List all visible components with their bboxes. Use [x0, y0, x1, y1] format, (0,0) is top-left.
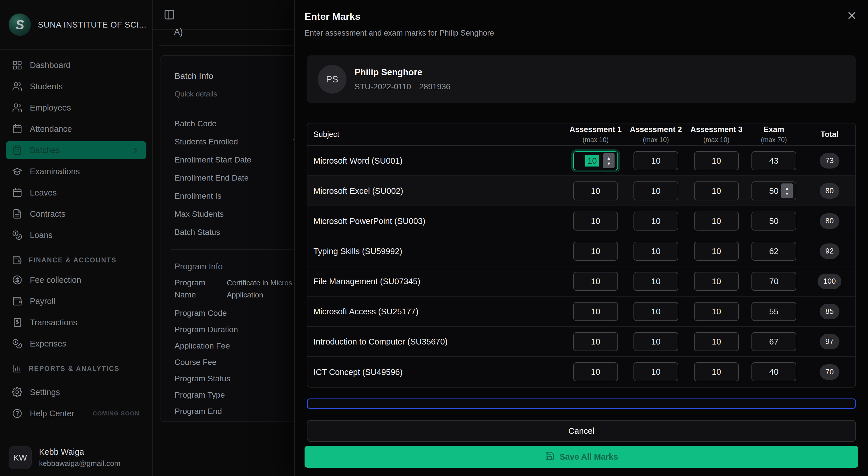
row-label: Program Name: [175, 277, 227, 301]
sidebar-item-leaves[interactable]: Leaves: [6, 184, 146, 202]
column-max-label: (max 10): [569, 136, 622, 144]
avatar: KW: [9, 446, 32, 469]
assessment3-input[interactable]: 10: [694, 151, 739, 170]
exam-input[interactable]: 62: [751, 242, 796, 261]
exam-input[interactable]: 67: [751, 332, 796, 351]
coming-soon-badge: COMING SOON: [93, 410, 140, 417]
input-value: 10: [591, 186, 600, 196]
assessment3-input[interactable]: 10: [694, 181, 739, 200]
row-label: Students Enrolled: [175, 137, 238, 146]
assessment3-input[interactable]: 10: [694, 362, 739, 381]
input-value: 50: [769, 186, 778, 196]
sidebar-item-contracts[interactable]: Contracts: [6, 205, 146, 223]
assessment3-input[interactable]: 10: [694, 272, 739, 291]
column-max-label: (max 10): [630, 136, 682, 144]
number-stepper[interactable]: ▲▼: [603, 153, 615, 168]
sidebar-nav: DashboardStudentsEmployeesAttendanceBatc…: [0, 50, 152, 397]
assessment3-input[interactable]: 10: [694, 302, 739, 321]
assessment2-input[interactable]: 10: [633, 302, 678, 321]
assessment1-input[interactable]: 10: [573, 362, 618, 381]
assessment1-input[interactable]: 10: [573, 242, 618, 261]
modal-title: Enter Marks: [305, 11, 361, 22]
row-label: Enrollment End Date: [175, 173, 249, 183]
assessment2-input[interactable]: 10: [633, 212, 678, 231]
sidebar-item-attendance[interactable]: Attendance: [6, 120, 146, 138]
sidebar-item-transactions[interactable]: Transactions: [6, 314, 146, 331]
close-icon[interactable]: [847, 10, 857, 21]
assessment3-input[interactable]: 10: [694, 242, 739, 261]
sidebar-item-examinations[interactable]: Examinations: [6, 162, 146, 180]
assessment2-input[interactable]: 10: [633, 151, 678, 170]
assessment3-input[interactable]: 10: [694, 332, 739, 351]
selected-value: 10: [585, 155, 599, 167]
assessment2-input[interactable]: 10: [633, 181, 678, 200]
sidebar-item-label: Batches: [30, 146, 123, 155]
card-section-title: Program Info: [175, 258, 294, 275]
exam-input[interactable]: 70: [751, 272, 796, 291]
stepper-down-icon[interactable]: ▼: [785, 191, 789, 196]
assessment2-input[interactable]: 10: [633, 242, 678, 261]
marks-row: Microsoft PowerPoint (SU003)1010105080: [307, 206, 856, 236]
assessment1-input[interactable]: 10: [573, 181, 618, 200]
sidebar-item-expenses[interactable]: Expenses: [6, 335, 146, 353]
sidebar-item-payroll[interactable]: Payroll: [6, 292, 146, 310]
sidebar-toggle-button[interactable]: [163, 8, 176, 21]
sidebar-item-batches[interactable]: Batches: [6, 141, 146, 159]
brand-title: SUNA INSTITUTE OF SCI...: [38, 20, 146, 30]
sidebar-item-dashboard[interactable]: Dashboard: [6, 56, 146, 74]
assessment1-input[interactable]: 10: [573, 212, 618, 231]
student-id-number: 2891936: [419, 82, 451, 91]
assessment1-input[interactable]: 10▲▼: [573, 151, 618, 170]
batch-info-row: Program Duration: [175, 321, 294, 338]
sidebar-item-settings[interactable]: Settings: [6, 383, 146, 401]
exam-input[interactable]: 40: [751, 362, 796, 381]
stepper-down-icon[interactable]: ▼: [607, 161, 611, 166]
batch-info-row: Program Status: [175, 370, 294, 387]
assessment1-input[interactable]: 10: [573, 272, 618, 291]
subject-cell: ICT Concept (SU49596): [313, 367, 403, 377]
batch-info-row: Batch Code: [175, 115, 294, 132]
assessment2-input[interactable]: 10: [633, 362, 678, 381]
column-header-total: Total: [820, 130, 839, 139]
assessment2-input[interactable]: 10: [633, 332, 678, 351]
sidebar-item-students[interactable]: Students: [6, 78, 146, 95]
file-text-icon: [12, 209, 22, 219]
sidebar-item-fee-collection[interactable]: Fee collection: [6, 271, 146, 289]
column-max-label: (max 10): [690, 136, 743, 144]
exam-input[interactable]: 50▲▼: [751, 181, 796, 200]
enter-marks-modal: Enter Marks Enter assessment and exam ma…: [294, 0, 868, 476]
panel-topbar: [153, 0, 294, 30]
assessment2-input[interactable]: 10: [633, 272, 678, 291]
assessment1-input[interactable]: 10: [573, 332, 618, 351]
batch-info-title: Batch Info: [175, 71, 294, 81]
input-value: 10: [712, 307, 721, 316]
number-stepper[interactable]: ▲▼: [781, 183, 793, 198]
input-value: 62: [769, 247, 778, 256]
sidebar-item-label: Expenses: [30, 339, 140, 349]
save-all-marks-button[interactable]: Save All Marks: [305, 446, 858, 468]
marks-row: Microsoft Word (SU001)10▲▼10104373: [307, 146, 856, 176]
input-value: 10: [651, 277, 660, 286]
sidebar-item-help-center[interactable]: Help CenterCOMING SOON: [6, 405, 146, 422]
user-profile[interactable]: KW Kebb Waiga kebbawaiga@gmail.com: [9, 446, 121, 469]
stepper-up-icon[interactable]: ▲: [785, 186, 789, 190]
sidebar-item-employees[interactable]: Employees: [6, 99, 146, 117]
modal-subtitle: Enter assessment and exam marks for Phil…: [305, 29, 494, 38]
input-value: 10: [712, 156, 721, 166]
assessment1-input[interactable]: 10: [573, 302, 618, 321]
exam-input[interactable]: 50: [751, 212, 796, 231]
input-value: 10: [712, 367, 721, 377]
batch-info-subtitle: Quick details: [175, 90, 294, 98]
stepper-up-icon[interactable]: ▲: [607, 156, 611, 160]
exam-input[interactable]: 43: [751, 151, 796, 170]
student-avatar: PS: [318, 65, 346, 94]
batch-info-row: Course Fee: [175, 354, 294, 370]
marks-row: Typing Skills (SU59992)1010106292: [307, 236, 856, 266]
exam-input[interactable]: 55: [751, 302, 796, 321]
cancel-button[interactable]: Cancel: [307, 420, 856, 442]
column-header-subject: Subject: [313, 130, 339, 139]
save-icon: [545, 451, 555, 463]
sidebar-item-loans[interactable]: Loans: [6, 226, 146, 244]
input-value: 55: [769, 307, 778, 316]
assessment3-input[interactable]: 10: [694, 212, 739, 231]
